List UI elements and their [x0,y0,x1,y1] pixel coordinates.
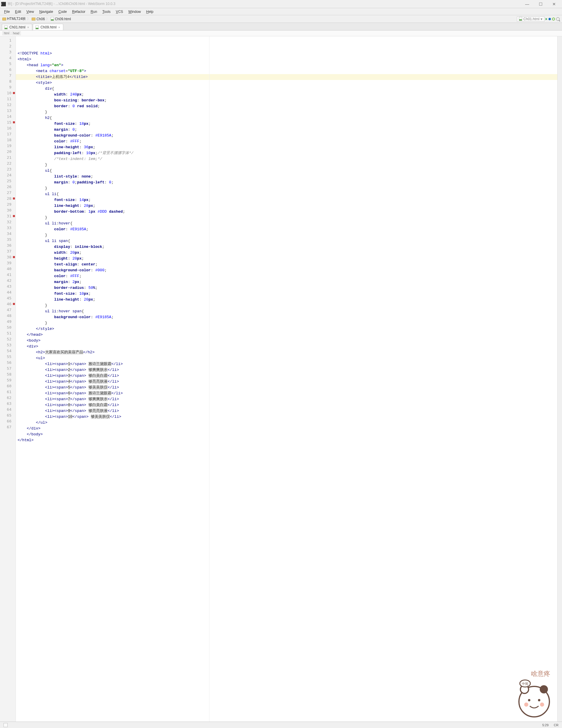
code-line[interactable]: margin: 0;padding-left: 0; [16,180,557,185]
code-line[interactable]: line-height: 28px; [16,203,557,209]
line-number[interactable]: 3 [0,49,16,55]
line-number[interactable]: 18 [0,137,16,143]
code-line[interactable]: </head> [16,332,557,338]
code-line[interactable]: font-size: 18px; [16,121,557,127]
code-line[interactable]: <li><span>9</span> 够亮亮肤液</li> [16,408,557,414]
line-number[interactable]: 32 [0,219,16,225]
code-area[interactable]: <!DOCTYPE html><html> <head lang="en"> <… [16,36,557,722]
line-number[interactable]: 6 [0,67,16,73]
code-line[interactable]: <li><span>5</span> 够美美肤仪</li> [16,385,557,391]
line-number[interactable]: 53 [0,342,16,348]
code-line[interactable]: <html> [16,57,557,62]
code-line[interactable]: </body> [16,432,557,437]
line-number[interactable]: 41 [0,272,16,278]
menu-navigate[interactable]: Navigate [37,9,55,14]
maximize-button[interactable]: ☐ [534,0,547,8]
crumb-file[interactable]: Ch09.html [51,17,71,21]
line-number[interactable]: 25 [0,178,16,184]
line-number[interactable]: 49 [0,319,16,325]
line-number[interactable]: 33 [0,225,16,231]
line-number[interactable]: 5 [0,61,16,67]
line-number[interactable]: 48 [0,313,16,319]
code-line[interactable]: } [16,303,557,308]
code-line[interactable]: /*text-indent: 1em;*/ [16,156,557,162]
code-line[interactable]: <li><span>10</span> 够美美肤仪</li> [16,414,557,420]
code-line[interactable]: <ul> [16,355,557,361]
menu-window[interactable]: Window [126,9,143,14]
line-number[interactable]: 24 [0,172,16,178]
code-line[interactable]: color: #FFF; [16,139,557,144]
code-line[interactable]: h2{ [16,115,557,121]
code-line[interactable]: } [16,109,557,115]
line-number[interactable]: 45 [0,295,16,301]
line-number[interactable]: 36 [0,243,16,248]
code-line[interactable]: <li><span>1</span> 雅诗兰黛眼霜</li> [16,361,557,367]
line-number[interactable]: 31 [0,213,16,219]
code-line[interactable]: ul li:hover{ [16,221,557,226]
line-number[interactable]: 27 [0,190,16,196]
code-line[interactable]: <head lang="en"> [16,62,557,68]
close-button[interactable]: ✕ [547,0,561,8]
line-number[interactable]: 4 [0,55,16,61]
line-number[interactable]: 19 [0,143,16,149]
line-number[interactable]: 15 [0,120,16,125]
vertical-scrollbar[interactable] [557,36,562,722]
run-icon[interactable] [546,18,547,20]
line-number[interactable]: 14 [0,114,16,120]
menu-help[interactable]: Help [144,9,156,14]
debug-icon[interactable] [549,18,551,20]
line-number[interactable]: 23 [0,166,16,172]
search-icon[interactable] [556,17,560,21]
code-line[interactable]: <li><span>2</span> 够爽爽肤水</li> [16,367,557,373]
code-line[interactable]: color: #E9185A; [16,226,557,232]
code-line[interactable]: } [16,162,557,168]
menu-code[interactable]: Code [56,9,69,14]
line-number[interactable]: 60 [0,383,16,389]
code-line[interactable]: width: 20px; [16,250,557,256]
code-line[interactable]: border-bottom: 1px #DDD dashed; [16,209,557,215]
code-line[interactable]: <style> [16,80,557,86]
line-number[interactable]: 10 [0,90,16,96]
breadcrumb-chip[interactable]: html [2,31,11,35]
code-line[interactable]: background-color: #000; [16,267,557,273]
code-line[interactable]: ul li{ [16,191,557,197]
line-number[interactable]: 67 [0,424,16,430]
tab-ch09-html[interactable]: Ch09.html× [33,24,63,30]
code-line[interactable]: margin: 2px; [16,279,557,285]
code-line[interactable]: line-height: 20px; [16,297,557,303]
gutter[interactable]: 1234567891011121314151617181920212223242… [0,36,16,722]
code-line[interactable]: font-size: 10px; [16,291,557,297]
code-line[interactable]: <li><span>3</span> 够白美白霜</li> [16,373,557,379]
menu-vcs[interactable]: VCS [113,9,125,14]
code-line[interactable]: } [16,215,557,221]
line-number[interactable]: 38 [0,254,16,260]
run-target-chip[interactable]: Ch01.html ▾ [517,16,544,22]
status-indicator-icon[interactable] [4,723,8,727]
code-line[interactable]: </style> [16,326,557,332]
line-number[interactable]: 52 [0,336,16,342]
line-number[interactable]: 34 [0,231,16,237]
line-number[interactable]: 8 [0,79,16,84]
menu-refactor[interactable]: Refactor [70,9,88,14]
code-line[interactable]: <!DOCTYPE html> [16,51,557,57]
code-line[interactable]: } [16,185,557,191]
line-number[interactable]: 1 [0,37,16,43]
line-number[interactable]: 21 [0,155,16,161]
code-line[interactable]: line-height: 36px; [16,144,557,150]
crumb-folder[interactable]: Ch06 [32,17,45,21]
menu-run[interactable]: Run [88,9,99,14]
code-line[interactable]: </html> [16,437,557,443]
code-line[interactable]: color: #FFF; [16,273,557,279]
line-number[interactable]: 40 [0,266,16,272]
line-number[interactable]: 51 [0,330,16,336]
code-line[interactable]: } [16,320,557,326]
code-line[interactable]: } [16,232,557,238]
line-number[interactable]: 62 [0,395,16,401]
line-number[interactable]: 11 [0,96,16,102]
code-line[interactable]: ul li span{ [16,238,557,244]
code-line[interactable]: padding-left: 10px;/*背景不挪挪字体*/ [16,150,557,156]
code-line[interactable]: display: inline-block; [16,244,557,250]
code-line[interactable]: ul{ [16,168,557,174]
code-line[interactable]: border: 0 red solid; [16,103,557,109]
code-line[interactable]: <div> [16,344,557,349]
